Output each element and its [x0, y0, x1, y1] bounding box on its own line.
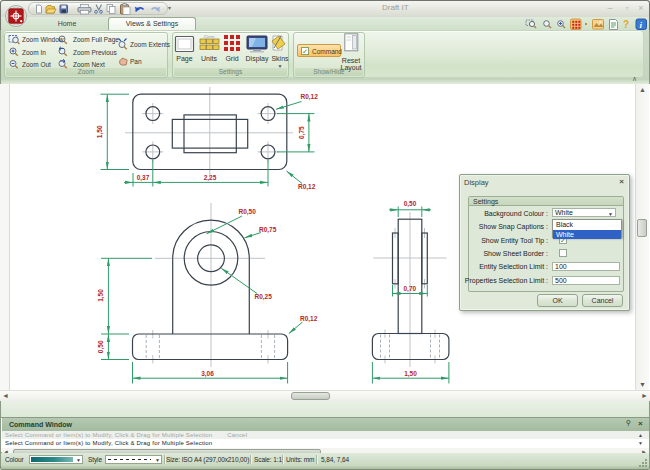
svg-text:R0,75: R0,75	[259, 226, 277, 234]
svg-text:3,06: 3,06	[201, 370, 214, 378]
svg-text:R0,12: R0,12	[301, 93, 319, 101]
svg-text:1,50: 1,50	[404, 370, 417, 378]
svg-text:?: ?	[623, 19, 629, 30]
svg-text:0,50: 0,50	[404, 200, 417, 208]
svg-text:0,75: 0,75	[298, 126, 306, 139]
svg-text:0,37: 0,37	[137, 174, 150, 182]
svg-text:R0,12: R0,12	[300, 315, 318, 323]
svg-text:1,50: 1,50	[97, 289, 105, 302]
svg-text:2,25: 2,25	[204, 174, 217, 182]
svg-text:25mm: 25mm	[203, 34, 215, 39]
svg-text:R0,12: R0,12	[298, 183, 316, 191]
svg-text:R0,50: R0,50	[239, 208, 257, 216]
svg-text:R0,25: R0,25	[255, 293, 273, 301]
svg-text:0,50: 0,50	[97, 340, 105, 353]
svg-text:1,50: 1,50	[96, 125, 104, 138]
svg-text:0,70: 0,70	[403, 285, 416, 293]
